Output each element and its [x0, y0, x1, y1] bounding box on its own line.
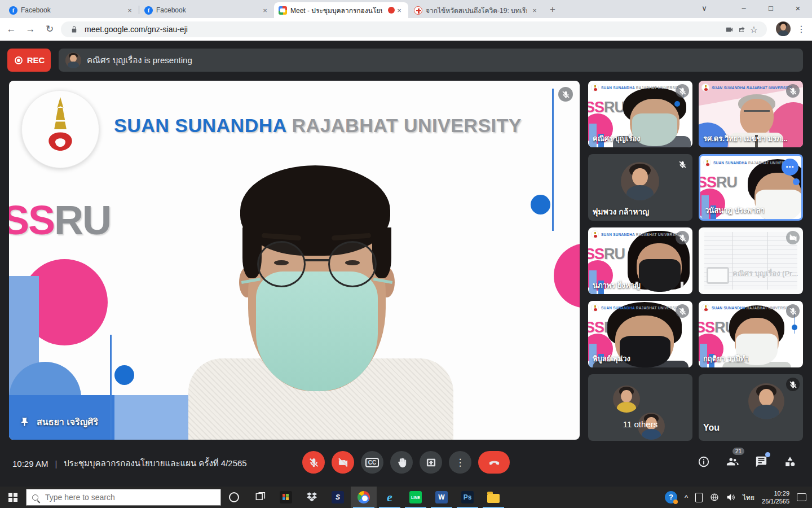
camera-off-icon [338, 457, 348, 468]
chrome-taskbar-button[interactable] [351, 487, 377, 508]
browser-profile-avatar[interactable] [776, 21, 791, 36]
line-button[interactable]: LINE [403, 487, 429, 508]
tab-recording-indicator [388, 7, 395, 14]
browser-toolbar: ← → ↻ meet.google.com/gnz-siau-eji ☆ ⋮ [0, 18, 812, 41]
new-tab-button[interactable]: + [546, 3, 559, 17]
search-icon [32, 494, 38, 501]
tab-meet-active[interactable]: Meet - ประชุมบุคลากรกองนโยบ × [274, 2, 408, 18]
participant-tile[interactable]: SUAN SUNANDHA RAJABHAT UNIVERSITY SSRU ค… [588, 81, 692, 147]
network-tray-icon[interactable] [710, 493, 719, 502]
camera-toggle-button[interactable] [332, 451, 354, 474]
present-button[interactable] [420, 451, 442, 474]
facebook-favicon: f [9, 6, 17, 15]
participants-button[interactable]: 21 [725, 454, 740, 469]
participant-name: กฤติยา วาปีทำ [703, 353, 749, 365]
ssru-mini-header: SUAN SUNANDHA RAJABHAT UNIVERSITY [703, 159, 793, 167]
file-explorer-button[interactable] [480, 487, 506, 508]
cc-icon: CC [365, 458, 379, 467]
dropbox-button[interactable] [299, 487, 325, 508]
presenting-text: คณิศร บุญเรื่อง is presenting [87, 54, 192, 67]
internet-explorer-button[interactable]: e [377, 487, 403, 508]
cortana-icon [229, 492, 239, 502]
back-button[interactable]: ← [3, 21, 19, 37]
bookmark-star-icon[interactable]: ☆ [748, 23, 760, 36]
address-bar[interactable]: meet.google.com/gnz-siau-eji ☆ [61, 21, 767, 37]
browser-menu-kebab-icon[interactable]: ⋮ [794, 21, 809, 36]
participant-name: รศ.ดร.วิทยา เมฆขา มรภ... [703, 133, 788, 144]
ssru-mini-header: SUAN SUNANDHA RAJABHAT UNIVERSITY [591, 230, 681, 238]
more-participants-tile[interactable]: 11 others [588, 374, 692, 441]
tab-close-icon[interactable]: × [395, 6, 404, 15]
reload-button[interactable]: ↻ [42, 21, 58, 37]
search-input[interactable] [44, 492, 196, 502]
participant-tile[interactable]: SUAN SUNANDHA RAJABHAT UNIVERSITY รศ.ดร.… [699, 81, 803, 147]
participant-tile[interactable]: SUAN SUNANDHA RAJABHAT UNIVERSITY SSRU ก… [699, 301, 803, 367]
app-s-button[interactable]: S [325, 487, 351, 508]
participant-name: นภาพร ยิ่งหาญ [593, 279, 641, 291]
your-phone-tray-icon[interactable] [695, 493, 703, 502]
mic-toggle-button[interactable] [302, 451, 325, 474]
tab-facebook-2[interactable]: f Facebook × [140, 2, 274, 18]
ssru-mini-header: SUAN SUNANDHA RAJABHAT UNIVERSITY [591, 84, 681, 91]
captions-button[interactable]: CC [361, 451, 383, 474]
window-minimize-button[interactable]: – [732, 0, 756, 18]
tab-covid-article[interactable]: จากไข้หวัดสเปนถึงโควิด-19: บทเรียนจ × [409, 2, 544, 18]
tab-close-icon[interactable]: × [530, 6, 539, 15]
glasses-left-lens [257, 241, 306, 287]
forward-button[interactable]: → [23, 21, 38, 37]
photoshop-button[interactable]: Ps [454, 487, 480, 508]
leave-call-button[interactable] [478, 451, 510, 474]
meeting-details-button[interactable] [696, 454, 711, 469]
participant-avatar [613, 386, 640, 413]
camera-off-icon [786, 231, 800, 244]
microsoft-store-button[interactable] [273, 487, 299, 508]
taskbar-clock[interactable]: 10:29 25/1/2565 [762, 489, 789, 506]
cortana-button[interactable] [221, 487, 247, 508]
tab-title: Facebook [156, 6, 257, 14]
volume-tray-icon[interactable] [726, 493, 735, 502]
mic-muted-icon [676, 231, 689, 244]
language-indicator[interactable]: ไทย [743, 492, 754, 503]
tab-close-icon[interactable]: × [125, 6, 134, 15]
meet-favicon [279, 6, 287, 15]
taskbar-search[interactable] [26, 489, 221, 506]
mic-off-icon [308, 457, 319, 468]
participant-tile[interactable]: SUAN SUNANDHA RAJABHAT UNIVERSITY SSRU พ… [588, 301, 692, 367]
chat-button[interactable] [754, 454, 769, 469]
window-close-button[interactable]: × [786, 0, 810, 18]
store-icon [280, 491, 292, 503]
participant-name: พิบูลย์ พุม่วง [593, 353, 630, 365]
tile-options-button[interactable]: ⋯ [782, 159, 798, 176]
participant-tile[interactable]: SUAN SUNANDHA RAJABHAT UNIVERSITY SSRU น… [588, 227, 692, 294]
tab-search-chevron-icon[interactable]: ∨ [692, 0, 716, 18]
word-button[interactable]: W [429, 487, 454, 508]
chat-icon [755, 456, 767, 468]
presentation-icon [707, 267, 729, 284]
participant-name: พุ่มพวง กล้าหาญ [593, 205, 649, 218]
raise-hand-button[interactable] [390, 451, 413, 474]
activities-icon [784, 456, 796, 468]
window-restore-button[interactable]: □ [759, 0, 783, 18]
task-view-icon [254, 492, 266, 503]
more-options-button[interactable]: ⋮ [449, 451, 471, 474]
folder-icon [487, 494, 500, 503]
start-button[interactable] [0, 487, 26, 508]
ssru-mini-header: SUAN SUNANDHA RAJABHAT UNIVERSITY [701, 304, 792, 312]
tray-expand-chevron[interactable]: ^ [685, 493, 688, 502]
action-center-icon[interactable] [797, 493, 806, 501]
camera-in-use-icon[interactable] [723, 23, 735, 36]
self-view-tile[interactable]: You [699, 374, 803, 441]
activities-button[interactable] [783, 454, 797, 469]
presentation-tile[interactable]: คณิศร บุญเรื่อง (Pr... [699, 227, 803, 294]
tab-facebook-1[interactable]: f Facebook × [5, 2, 139, 18]
participant-tile-active-speaker[interactable]: SUAN SUNANDHA RAJABHAT UNIVERSITY SSRU ⋯… [699, 154, 803, 221]
task-view-button[interactable] [247, 487, 273, 508]
help-tray-icon[interactable]: ? [665, 491, 677, 503]
main-video-feed[interactable]: SUAN SUNANDHA RAJABHAT UNIVERSITY SSRU [9, 81, 580, 440]
participant-tile[interactable]: พุ่มพวง กล้าหาญ [588, 154, 692, 221]
url-text: meet.google.com/gnz-siau-eji [85, 25, 723, 34]
tab-close-icon[interactable]: × [261, 6, 270, 15]
ssru-mini-header: SUAN SUNANDHA RAJABHAT UNIVERSITY [701, 84, 792, 91]
share-icon[interactable] [735, 23, 748, 36]
dropbox-icon [306, 491, 318, 503]
